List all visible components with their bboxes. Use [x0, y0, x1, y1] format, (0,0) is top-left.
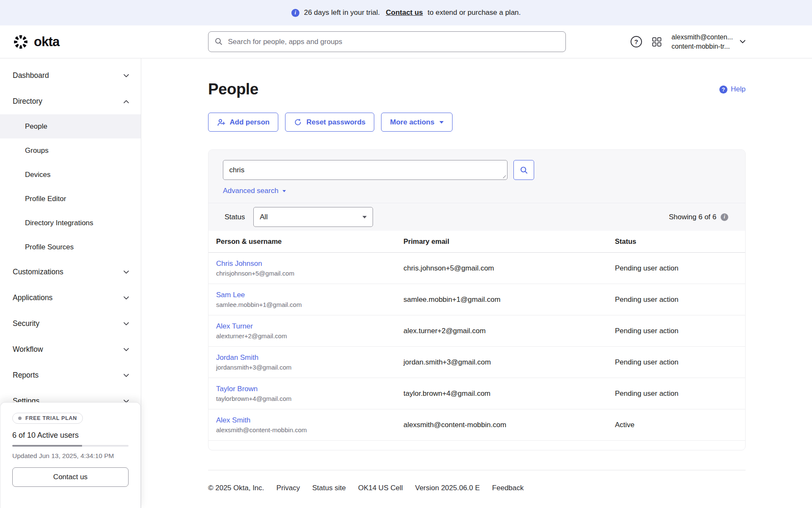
person-email: alexsmith@content-mobbin.com [403, 421, 615, 429]
status-filter-label: Status [225, 213, 245, 221]
sidebar-nav: Dashboard Directory People Groups Device… [0, 58, 141, 414]
status-filter-row: Status All Showing 6 of 6 i [208, 203, 745, 231]
apps-grid-icon[interactable] [652, 37, 661, 47]
table-header-row: Person & username Primary email Status [208, 231, 745, 253]
copyright-text: © 2025 Okta, Inc. [208, 484, 264, 492]
sidebar-item-devices[interactable]: Devices [0, 163, 141, 187]
person-status: Pending user action [615, 389, 738, 398]
chevron-down-icon [740, 40, 746, 44]
okta-logo: okta [0, 34, 141, 50]
people-actions: Add person Reset passwords More actions [208, 113, 746, 132]
person-status: Pending user action [615, 264, 738, 273]
person-email: samlee.mobbin+1@gmail.com [403, 295, 615, 304]
top-bar: okta ? alexsmith@conten... content-mobbi… [0, 25, 812, 58]
usage-updated-timestamp: Updated Jun 13, 2025, 4:34:10 PM [12, 452, 129, 460]
sidebar-item-directory-integrations[interactable]: Directory Integrations [0, 211, 141, 235]
feedback-link[interactable]: Feedback [492, 484, 524, 492]
active-users-progressbar [12, 445, 129, 447]
search-filter-area: Advanced search [208, 150, 745, 203]
chevron-down-icon [123, 374, 129, 377]
person-name-link[interactable]: Alex Smith [216, 416, 250, 425]
sidebar-item-groups[interactable]: Groups [0, 138, 141, 163]
page-title: People [208, 80, 258, 98]
page-help-link[interactable]: ? Help [719, 85, 746, 94]
search-submit-button[interactable] [513, 160, 534, 180]
sidebar-item-workflow[interactable]: Workflow [0, 337, 141, 362]
sidebar-item-directory[interactable]: Directory [0, 88, 141, 114]
add-person-icon [217, 118, 225, 127]
global-search [208, 31, 566, 52]
chevron-down-icon [123, 271, 129, 274]
person-name-link[interactable]: Alex Turner [216, 322, 253, 331]
okta-wordmark: okta [34, 34, 60, 50]
chevron-down-icon [362, 216, 367, 218]
person-email: chris.johnson+5@gmail.com [403, 264, 615, 273]
search-icon [214, 37, 223, 46]
chevron-down-icon [123, 348, 129, 351]
sidebar-item-customizations[interactable]: Customizations [0, 259, 141, 285]
person-name-link[interactable]: Chris Johnson [216, 260, 262, 268]
help-badge-icon: ? [719, 86, 727, 94]
person-username: alexsmith@content-mobbin.com [216, 426, 403, 433]
person-email: alex.turner+2@gmail.com [403, 327, 615, 335]
trial-banner-suffix: to extend or purchase a plan. [428, 8, 521, 17]
people-search-field [223, 160, 508, 180]
plan-badge: FREE TRIAL PLAN [12, 413, 83, 424]
account-org: content-mobbin-tr... [672, 42, 733, 51]
okta-logo-icon [13, 34, 29, 50]
trial-banner: i 26 days left in your trial. Contact us… [0, 0, 812, 25]
trial-banner-message: 26 days left in your trial. [304, 8, 380, 17]
sidebar-item-applications[interactable]: Applications [0, 285, 141, 311]
add-person-button[interactable]: Add person [208, 113, 278, 132]
status-filter-select[interactable]: All [253, 207, 373, 227]
person-username: samlee.mobbin+1@gmail.com [216, 301, 403, 308]
more-actions-button[interactable]: More actions [381, 113, 453, 132]
chevron-up-icon [123, 100, 129, 103]
status-site-link[interactable]: Status site [312, 484, 346, 492]
cell-label: OK14 US Cell [358, 484, 403, 492]
info-icon: i [291, 9, 299, 17]
chevron-down-icon [439, 121, 444, 124]
chevron-down-icon [123, 322, 129, 326]
people-table-card: Advanced search Status All Showing 6 of … [208, 149, 746, 450]
plan-badge-label: FREE TRIAL PLAN [25, 415, 77, 421]
person-username: chrisjohnson+5@gmail.com [216, 270, 403, 277]
table-row: Alex Smith alexsmith@content-mobbin.com … [208, 409, 745, 441]
table-row: Sam Lee samlee.mobbin+1@gmail.com samlee… [208, 284, 745, 315]
help-link-label: Help [731, 85, 746, 94]
contact-us-button[interactable]: Contact us [12, 467, 129, 487]
trial-contact-us-link[interactable]: Contact us [386, 8, 423, 17]
advanced-search-toggle[interactable]: Advanced search [223, 187, 286, 195]
table-row: Jordan Smith jordansmith+3@gmail.com jor… [208, 347, 745, 378]
active-users-progress-fill [12, 445, 82, 447]
people-search-input[interactable] [223, 160, 508, 180]
account-text: alexsmith@conten... content-mobbin-tr... [672, 33, 733, 51]
sidebar-item-profile-editor[interactable]: Profile Editor [0, 187, 141, 211]
help-icon[interactable]: ? [631, 36, 642, 47]
version-label: Version 2025.06.0 E [415, 484, 480, 492]
person-name-link[interactable]: Taylor Brown [216, 385, 258, 393]
sidebar-item-dashboard[interactable]: Dashboard [0, 63, 141, 88]
person-email: jordan.smith+3@gmail.com [403, 358, 615, 367]
global-search-input[interactable] [208, 31, 566, 52]
sidebar-item-profile-sources[interactable]: Profile Sources [0, 235, 141, 259]
person-name-link[interactable]: Jordan Smith [216, 353, 258, 362]
account-menu[interactable]: alexsmith@conten... content-mobbin-tr... [672, 33, 746, 51]
search-icon [520, 166, 528, 174]
reset-passwords-button[interactable]: Reset passwords [285, 113, 374, 132]
sidebar: Dashboard Directory People Groups Device… [0, 58, 141, 508]
results-count: Showing 6 of 6 i [669, 213, 728, 221]
person-name-link[interactable]: Sam Lee [216, 291, 245, 299]
person-status: Pending user action [615, 327, 738, 335]
sidebar-item-security[interactable]: Security [0, 311, 141, 337]
refresh-icon [294, 118, 302, 126]
chevron-down-icon [283, 190, 286, 192]
person-email: taylor.brown+4@gmail.com [403, 389, 615, 398]
status-filter-value: All [260, 213, 268, 221]
sidebar-item-reports[interactable]: Reports [0, 362, 141, 388]
privacy-link[interactable]: Privacy [277, 484, 300, 492]
sidebar-item-people[interactable]: People [0, 114, 141, 138]
info-icon[interactable]: i [721, 213, 728, 221]
person-status: Pending user action [615, 295, 738, 304]
person-status: Pending user action [615, 358, 738, 367]
